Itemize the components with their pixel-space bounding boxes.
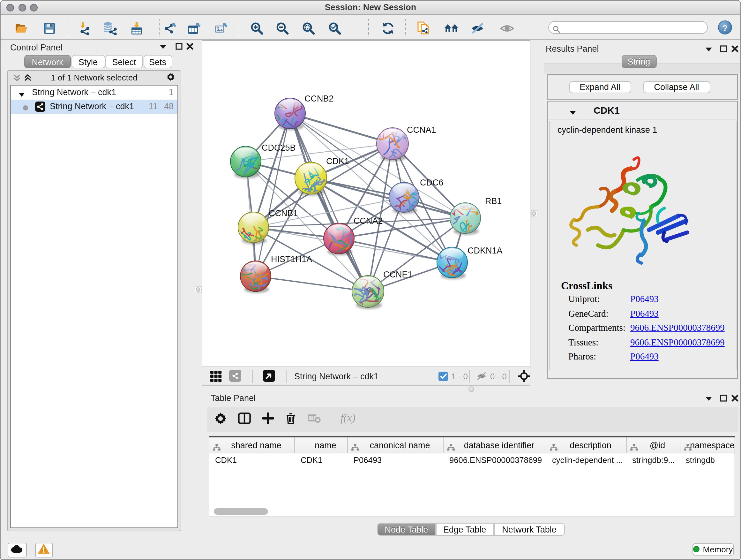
grid-view-icon[interactable] xyxy=(209,370,222,382)
database-import-icon xyxy=(103,21,117,35)
open-session-button[interactable] xyxy=(14,21,28,35)
first-neighbors-button[interactable] xyxy=(444,21,458,35)
right-splitter-handle[interactable] xyxy=(531,210,537,217)
table-settings-button[interactable] xyxy=(213,413,227,427)
horizontal-scrollbar[interactable] xyxy=(214,508,268,514)
tab-style[interactable]: Style xyxy=(71,55,105,68)
table-cell[interactable]: CDK1 xyxy=(295,453,348,467)
column-header-label: shared name xyxy=(218,437,294,453)
save-session-button[interactable] xyxy=(42,21,56,35)
import-network-from-database-button[interactable] xyxy=(103,21,117,35)
help-button[interactable]: ? xyxy=(718,20,732,34)
collapse-all-button[interactable]: Collapse All xyxy=(643,81,710,93)
table-panel-menu-button[interactable] xyxy=(704,395,713,403)
toolbar-separator xyxy=(405,19,406,37)
memory-button[interactable]: Memory xyxy=(692,543,734,555)
column-header[interactable]: @id xyxy=(626,437,680,453)
table-panel-close-button[interactable] xyxy=(731,394,739,402)
node-label: RB1 xyxy=(485,196,502,206)
zoom-fit-button[interactable] xyxy=(301,21,315,35)
table-header: shared namenamecanonical namedatabase id… xyxy=(209,437,734,453)
search-input[interactable] xyxy=(548,21,708,34)
export-table-button[interactable] xyxy=(188,21,202,35)
network-node[interactable] xyxy=(343,272,388,308)
column-header[interactable]: shared name xyxy=(209,437,295,453)
zoom-selected-button[interactable] xyxy=(327,21,341,35)
collapse-all-networks-icon[interactable] xyxy=(13,73,21,82)
column-header[interactable]: namespace xyxy=(680,437,736,453)
tab-network-table[interactable]: Network Table xyxy=(494,523,565,536)
zoom-in-button[interactable] xyxy=(250,21,264,35)
table-cell[interactable]: stringdb:9... xyxy=(626,453,680,467)
results-panel-menu-button[interactable] xyxy=(704,45,713,53)
delete-column-button[interactable] xyxy=(284,413,298,427)
export-image-button[interactable] xyxy=(214,21,228,35)
hide-selected-button[interactable] xyxy=(470,21,484,35)
control-panel-close-button[interactable] xyxy=(186,42,194,51)
table-cell[interactable]: cyclin-dependent ... xyxy=(546,453,626,467)
delete-table-button[interactable] xyxy=(307,413,321,427)
network-node[interactable] xyxy=(214,260,281,291)
column-header[interactable]: canonical name xyxy=(348,437,444,453)
crosslink-label: Tissues: xyxy=(568,337,598,348)
string-network-graph[interactable]: CCNB2CCNA1CDC25BCDK1CDC6RB1CCNB1CCNA2CDK… xyxy=(202,41,530,366)
crosslink-link[interactable]: P06493 xyxy=(630,294,659,305)
network-edge[interactable] xyxy=(256,113,290,276)
collection-expand-icon[interactable] xyxy=(17,91,25,99)
expand-all-networks-icon[interactable] xyxy=(23,73,32,82)
gene-section-header[interactable]: CDK1 xyxy=(548,101,737,119)
table-cell[interactable]: stringdb xyxy=(680,453,736,467)
network-collection-row[interactable]: String Network – cdk1 1 xyxy=(11,85,178,100)
results-panel-close-button[interactable] xyxy=(731,44,739,53)
results-panel-float-button[interactable] xyxy=(719,44,728,53)
crosslink-link[interactable]: 9606.ENSP00000378699 xyxy=(630,337,725,348)
table-row[interactable]: CDK1CDK1P064939606.ENSP00000378699cyclin… xyxy=(209,453,734,467)
crosslink-link[interactable]: 9606.ENSP00000378699 xyxy=(630,322,725,333)
new-network-from-selection-button[interactable] xyxy=(416,21,430,35)
column-header[interactable]: database identifier xyxy=(444,437,546,453)
crosslink-link[interactable]: P06493 xyxy=(630,351,659,362)
column-header[interactable]: description xyxy=(546,437,626,453)
zoom-out-button[interactable] xyxy=(275,21,289,35)
tab-network[interactable]: Network xyxy=(24,55,71,68)
tab-edge-table[interactable]: Edge Table xyxy=(435,523,494,536)
import-network-from-file-button[interactable] xyxy=(77,21,91,35)
control-panel-float-button[interactable] xyxy=(175,42,183,51)
network-node[interactable] xyxy=(237,212,282,257)
export-network-button[interactable] xyxy=(163,21,178,35)
tab-sets[interactable]: Sets xyxy=(143,55,172,68)
tab-string[interactable]: String xyxy=(621,55,657,68)
apply-layout-button[interactable] xyxy=(381,21,395,35)
network-edge[interactable] xyxy=(290,113,368,291)
section-collapse-icon[interactable] xyxy=(569,108,577,117)
tab-node-table[interactable]: Node Table xyxy=(377,523,435,536)
table-cell[interactable]: 9606.ENSP00000378699 xyxy=(444,453,546,467)
left-splitter-handle[interactable] xyxy=(195,286,202,293)
show-all-button[interactable] xyxy=(500,21,514,35)
fx-function-button[interactable]: f(x) xyxy=(340,412,355,425)
network-edge[interactable] xyxy=(339,238,452,262)
import-table-from-file-button[interactable] xyxy=(130,21,144,35)
column-header[interactable]: name xyxy=(295,437,348,453)
table-panel-float-button[interactable] xyxy=(719,394,728,402)
network-edge[interactable] xyxy=(256,276,368,291)
add-column-button[interactable] xyxy=(261,413,275,427)
table-cell[interactable]: P06493 xyxy=(348,453,444,467)
network-options-gear-icon[interactable] xyxy=(166,73,175,81)
tab-select[interactable]: Select xyxy=(105,55,143,68)
warnings-button[interactable] xyxy=(35,543,53,557)
show-columns-button[interactable] xyxy=(237,413,251,427)
table-cell[interactable]: CDK1 xyxy=(209,453,295,467)
network-row[interactable]: String Network – cdk1 11 48 xyxy=(11,100,178,114)
expand-all-button[interactable]: Expand All xyxy=(569,81,631,93)
crosslink-link[interactable]: P06493 xyxy=(630,308,659,319)
control-panel-menu-button[interactable] xyxy=(159,43,167,51)
network-canvas[interactable]: CCNB2CCNA1CDC25BCDK1CDC6RB1CCNB1CCNA2CDK… xyxy=(202,40,530,367)
birdseye-crosshair-icon[interactable] xyxy=(518,370,530,381)
cloud-status-button[interactable] xyxy=(8,543,26,557)
open-in-window-icon[interactable] xyxy=(263,370,275,382)
birdseye-share-icon[interactable] xyxy=(229,370,241,382)
crosslink-row: Tissues:9606.ENSP00000378699 xyxy=(568,337,734,351)
selected-checkbox-icon[interactable] xyxy=(439,371,448,381)
network-node[interactable] xyxy=(220,146,266,187)
